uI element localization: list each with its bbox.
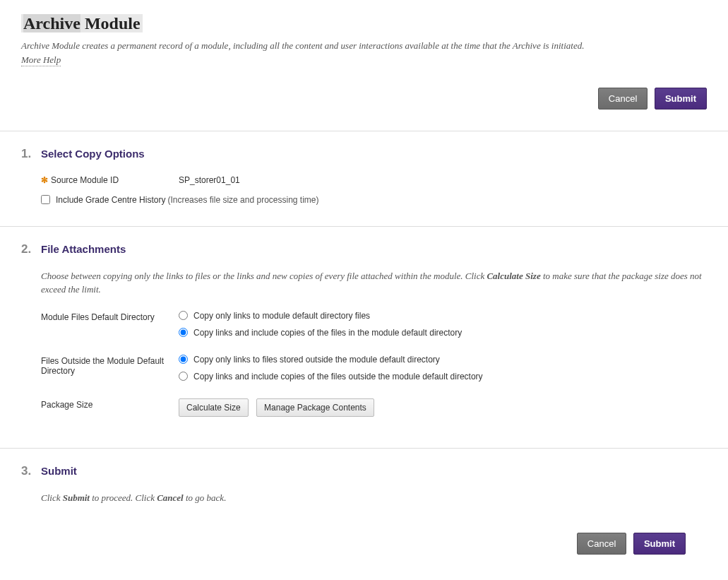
top-button-bar: Cancel Submit	[0, 88, 728, 131]
submit-button[interactable]: Submit	[633, 533, 686, 555]
manage-package-button[interactable]: Manage Package Contents	[256, 398, 374, 417]
section-header: 3. Submit	[21, 464, 707, 478]
submit-button[interactable]: Submit	[655, 88, 707, 110]
section-title: Select Copy Options	[41, 148, 145, 160]
section-header: 2. File Attachments	[21, 242, 707, 256]
outside-dir-opt2-label: Copy links and include copies of the fil…	[193, 372, 483, 381]
outside-dir-include-copies-radio[interactable]	[179, 372, 188, 381]
include-history-row: Include Grade Centre History (Increases …	[41, 195, 707, 205]
source-module-value: SP_storer01_01	[179, 174, 240, 185]
outside-dir-opt2-row: Copy links and include copies of the fil…	[179, 372, 707, 381]
source-module-label: ✻Source Module ID	[41, 174, 179, 185]
outside-dir-label: Files Outside the Module Default Directo…	[41, 355, 179, 389]
default-dir-links-only-radio[interactable]	[179, 311, 188, 320]
default-dir-opt1-row: Copy only links to module default direct…	[179, 311, 707, 321]
default-dir-opt2-label: Copy links and include copies of the fil…	[193, 328, 462, 338]
section-file-attachments: 2. File Attachments Choose between copyi…	[0, 226, 728, 448]
section-header: 1. Select Copy Options	[21, 147, 707, 161]
cancel-button[interactable]: Cancel	[598, 88, 648, 110]
page-title: Archive Module	[21, 14, 143, 32]
outside-dir-opt1-row: Copy only links to files stored outside …	[179, 355, 707, 365]
section-title: File Attachments	[41, 243, 126, 255]
section-number: 1.	[21, 147, 41, 161]
include-history-hint: (Increases file size and processing time…	[167, 195, 318, 205]
default-dir-opt1-label: Copy only links to module default direct…	[193, 311, 370, 321]
cancel-button[interactable]: Cancel	[577, 533, 626, 555]
page-header: Archive Module Archive Module creates a …	[0, 0, 728, 88]
required-icon: ✻	[41, 175, 48, 185]
file-attachments-desc: Choose between copying only the links to…	[41, 269, 707, 297]
section-submit: 3. Submit Click Submit to proceed. Click…	[0, 448, 728, 581]
section-copy-options: 1. Select Copy Options ✻Source Module ID…	[0, 131, 728, 226]
default-dir-label: Module Files Default Directory	[41, 311, 179, 345]
section-number: 3.	[21, 464, 41, 478]
section-title: Submit	[41, 465, 77, 477]
more-help-link[interactable]: More Help	[21, 54, 61, 66]
outside-dir-links-only-radio[interactable]	[179, 355, 188, 364]
include-history-checkbox[interactable]	[41, 195, 50, 204]
default-dir-row: Module Files Default Directory Copy only…	[41, 311, 707, 345]
default-dir-opt2-row: Copy links and include copies of the fil…	[179, 328, 707, 338]
outside-dir-row: Files Outside the Module Default Directo…	[41, 355, 707, 389]
default-dir-include-copies-radio[interactable]	[179, 328, 188, 337]
include-history-label: Include Grade Centre History	[56, 195, 165, 205]
package-size-row: Package Size Calculate Size Manage Packa…	[41, 398, 707, 417]
calculate-size-button[interactable]: Calculate Size	[179, 398, 249, 417]
package-size-label: Package Size	[41, 398, 179, 417]
page-description: Archive Module creates a permanent recor…	[21, 39, 707, 53]
submit-desc: Click Submit to proceed. Click Cancel to…	[41, 491, 707, 505]
outside-dir-opt1-label: Copy only links to files stored outside …	[193, 355, 440, 365]
section-number: 2.	[21, 242, 41, 256]
bottom-button-bar: Cancel Submit	[21, 519, 707, 576]
source-module-row: ✻Source Module ID SP_storer01_01	[41, 174, 707, 185]
